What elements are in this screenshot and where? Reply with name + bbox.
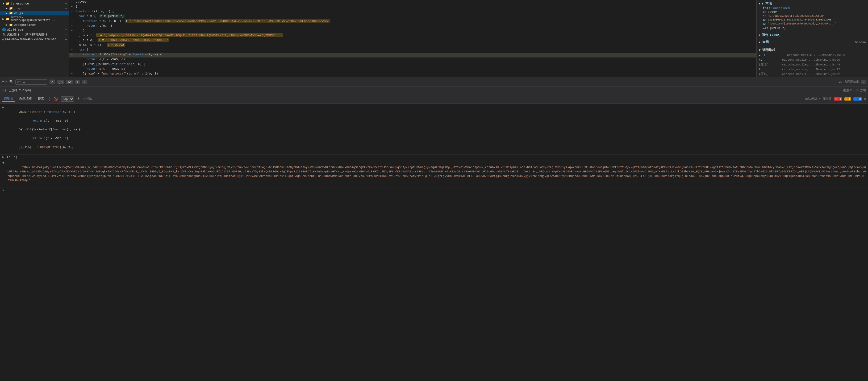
top-panel: ▼ 📁 jsresource — ▶ 📁 jcap — ▶ 📁 ws_js — … [0, 0, 868, 77]
scope-row-o: o: "jqw0pxwvfjx0091Wxxe7QABAAACd2QZHSAAM… [759, 22, 866, 26]
scope-row-r: ▶ r: {RzFU: f} [759, 26, 866, 30]
settings-icon[interactable]: ⚙ [864, 97, 866, 101]
code-line-7: – } [69, 29, 756, 33]
console-input-line: > [0, 188, 868, 193]
prev-match-button[interactable]: ↑ [75, 80, 80, 84]
right-panel: ▼ ▼ 本地 this: undefined e: 99992 i: "E736… [756, 0, 868, 77]
chevron-right-icon: ▶ [5, 6, 8, 10]
call-stack-header: ▼ 调用堆栈 [759, 47, 866, 53]
info-badge: 🔵 3 [854, 97, 862, 100]
clear-search-button[interactable]: ✕ [50, 80, 55, 84]
code-line-9: – , i = c; i = "E736B80A35290F193C2034A8… [69, 38, 756, 43]
chevron-down-icon: ▼ [2, 2, 5, 5]
expand-icon[interactable]: ▶ [2, 105, 4, 109]
file-icon: ⚙ [2, 37, 4, 41]
chevron-right-icon: ► [759, 33, 761, 37]
code-line-17: – } catch (t) { [69, 77, 756, 77]
code-line-12: – return n ? JSON["string" + function(t,… [69, 53, 756, 57]
right-toolbar: 默认级别 ▾ 无问题 🔴 1 ⚠ 1 🔵 3 ⚙ [805, 97, 866, 101]
format-icon: A↓B [2, 80, 7, 84]
call-stack-l[interactable]: l captcha_mobile_....2hmw.min.js:22 [759, 67, 866, 71]
debugger-icon: ▶ [759, 53, 761, 57]
console-input[interactable] [6, 189, 866, 193]
bottom-panel: 控制台 自动填充 搜索 🚫 top 👁 ▽ 过滤 默认级别 ▾ 无问题 🔴 1 … [0, 94, 868, 381]
chevron-right-icon: ▶ [2, 17, 4, 21]
scope-row-this: this: undefined [759, 6, 866, 10]
call-stack-xt[interactable]: xt captcha_mobile_....2hmw.min.js:29 [759, 57, 866, 62]
next-match-button[interactable]: ↓ [82, 80, 87, 84]
folder-icon: 📁 [9, 11, 13, 15]
warn-badge: ⚠ 1 [844, 97, 851, 100]
tab-console[interactable]: 控制台 [2, 96, 15, 102]
scope-closure-header[interactable]: ► 闭包 (7d92) [759, 32, 866, 37]
folder-icon: 📁 [9, 23, 13, 27]
console-line-string: ◀ '5BMXi91vEA2jaFyclwNAlcYkQZwapsM2d6ki_… [0, 160, 868, 188]
chevron-right-icon: ► [759, 40, 761, 44]
status-bar: {} 已选择 7 个字符 覆盖率: 不适用 [0, 87, 868, 94]
scope-row-n: n: 2313030303073032364541454246473339303… [759, 18, 866, 22]
folder-icon: 📁 [6, 2, 9, 5]
code-line-10: – e && (s = e); e = 99992 [69, 43, 756, 48]
scope-closure: ► 闭包 (7d92) [759, 32, 866, 37]
chevron-down-icon: ▼ [759, 2, 761, 5]
file-tree-ws-js[interactable]: ▶ 📁 ws_js — [0, 11, 69, 16]
code-line-15: – return a(t – -563, e) [69, 67, 756, 72]
file-tree-jsresource[interactable]: ▼ 📁 jsresource — [0, 1, 69, 6]
code-line-1: – o.type [69, 0, 756, 5]
folder-icon: 📁 [6, 17, 9, 21]
regex-button[interactable]: (.*) [57, 80, 64, 84]
call-stack-f[interactable]: ▶ f captcha_mobile_....2hmw.min.js:20 [759, 53, 866, 57]
eye-icon[interactable]: 👁 [76, 97, 80, 101]
file-icon: 🌐 [2, 28, 6, 31]
call-stack-anon2[interactable]: (匿名) captcha_mobile_....2hmw.min.js:22 [759, 71, 866, 77]
search-bar: A↓B 🔍 ✕ (.*) Aa ↑ ↓ 23 条匹配结果 × [0, 77, 868, 87]
file-tree-uuid[interactable]: ⚙ 844bdb0a-5828-49bc-bb86-f760db76... — [0, 37, 69, 42]
context-select[interactable]: top [61, 96, 74, 101]
file-icon: 🔌 [2, 33, 6, 36]
file-tree: ▼ 📁 jsresource — ▶ 📁 jcap — ▶ 📁 ws_js — … [0, 0, 69, 77]
tab-search[interactable]: 搜索 [36, 96, 46, 101]
clear-console-icon[interactable]: 🚫 [54, 96, 58, 101]
code-line-16: – }(-415) + "EncryptData"](o, n)) : l(o,… [69, 72, 756, 77]
folder-icon: 📁 [9, 6, 13, 10]
console-toolbar: 控制台 自动填充 搜索 🚫 top 👁 ▽ 过滤 默认级别 ▾ 无问题 🔴 1 … [0, 94, 868, 104]
arrow-left-icon: ◀ [2, 161, 7, 165]
console-line-json: ▶ JSON["string" + function(t, e) { retur… [0, 105, 868, 154]
close-search-button[interactable]: × [861, 80, 866, 84]
divider [50, 96, 50, 101]
prompt-icon: > [2, 189, 4, 193]
console-line-loi: ▶ l(o, i) [0, 154, 868, 160]
call-stack-anon1[interactable]: (匿名) captcha_mobile_....2hmw.min.js:48 [759, 62, 866, 67]
file-tree-jcap[interactable]: ▶ 📁 jcap — [0, 6, 69, 11]
scope-global-header[interactable]: ► 全局 Window [759, 40, 866, 45]
console-content: ▶ JSON["string" + function(t, e) { retur… [0, 104, 868, 381]
scope-local: ▼ ▼ 本地 this: undefined e: 99992 i: "E736… [759, 1, 866, 30]
code-icon: {} [2, 88, 6, 92]
top-level-selector[interactable]: top [61, 96, 74, 101]
code-line-13: – return a(t – -563, e) [69, 57, 756, 62]
code-line-11: – try { [69, 48, 756, 53]
error-badge: 🔴 1 [834, 97, 842, 100]
file-tree-wl[interactable]: 🌐 wl.jd.com — [0, 27, 69, 32]
scope-global: ► 全局 Window [759, 40, 866, 45]
code-line-8: – , o = t o = "jqw0pxwvfjx0091Wxxe7QABAA… [69, 33, 756, 38]
scope-local-header[interactable]: ▼ ▼ 本地 [759, 1, 866, 6]
search-input[interactable] [16, 79, 47, 85]
file-tree-pubfree[interactable]: ▶ 📁 pubfree-bucket/mplogin/prod/ffdfe...… [0, 16, 69, 22]
tab-autofill[interactable]: 自动填充 [18, 96, 33, 101]
file-tree-webcontainer[interactable]: ▶ 📁 webcontainer — [0, 22, 69, 27]
case-sensitive-button[interactable]: Aa [66, 80, 73, 84]
code-line-6: – return t(e, n) [69, 24, 756, 29]
chevron-right-icon: ▶ [5, 11, 8, 15]
code-line-5: – function f(t, e, n) { t = "jqw0pxwvfjx… [69, 19, 756, 24]
file-tree-huoshan[interactable]: 🔌 火山翻译 - 划词和网页翻译 — [0, 32, 69, 37]
chevron-right-icon: ▶ [5, 23, 8, 27]
expand-icon[interactable]: ▶ [2, 155, 4, 159]
code-line-2: – } [69, 5, 756, 9]
code-editor: – o.type – } – function f(t, e, n) { – v… [69, 0, 756, 77]
filter-icon: ▽ [83, 97, 85, 100]
code-line-3: – function f(t, e, n) { [69, 9, 756, 14]
filter-button[interactable]: ▽ 过滤 [83, 97, 92, 101]
call-stack-anon3[interactable]: (匿名) captcha_mobile_....2hmw.min.js:22 [759, 77, 866, 77]
search-icon: 🔍 [9, 80, 13, 84]
